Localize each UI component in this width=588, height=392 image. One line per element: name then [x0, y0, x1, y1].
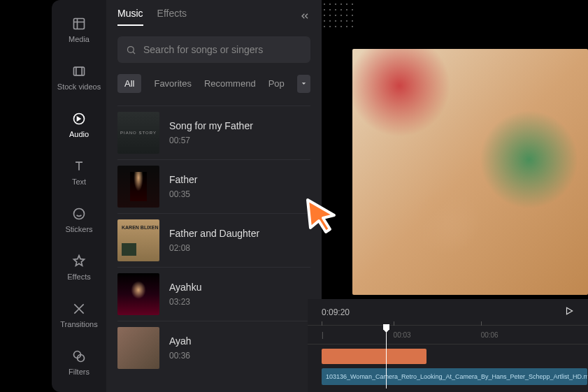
song-thumbnail: [117, 166, 159, 208]
time-row: 0:09:20: [308, 299, 588, 325]
song-thumbnail: [117, 327, 159, 369]
song-row[interactable]: Ayah 00:36: [117, 321, 310, 375]
filters-icon: [72, 349, 86, 363]
sidebar-item-stickers[interactable]: Stickers: [52, 204, 106, 236]
play-button[interactable]: [564, 306, 574, 318]
song-duration: 00:57: [169, 136, 253, 145]
sidebar-label: Transitions: [60, 320, 97, 328]
sidebar-item-stock[interactable]: Stock videos: [52, 61, 106, 94]
filter-more-button[interactable]: [297, 75, 310, 93]
song-thumbnail: [117, 112, 159, 154]
audio-icon: [72, 112, 86, 126]
audio-clip[interactable]: [322, 349, 426, 364]
chevron-down-icon: [300, 80, 308, 87]
tool-sidebar: Media Stock videos Audio Text Stickers E…: [52, 0, 106, 392]
play-icon: [564, 306, 574, 316]
song-row[interactable]: Father 00:35: [117, 159, 310, 213]
song-duration: 02:08: [169, 243, 259, 253]
sidebar-item-filters[interactable]: Filters: [52, 347, 106, 379]
sidebar-label: Text: [72, 177, 86, 186]
svg-point-3: [74, 209, 85, 219]
panel-header: Music Effects: [117, 0, 310, 34]
song-row[interactable]: Father and Daughter 02:08: [117, 213, 310, 267]
svg-point-6: [128, 46, 134, 52]
panel-tabs: Music Effects: [117, 8, 187, 26]
song-title: Ayah: [169, 335, 192, 347]
song-thumbnail: [117, 219, 159, 261]
song-row[interactable]: Song for my Father 00:57: [117, 106, 310, 159]
filter-all[interactable]: All: [117, 74, 141, 93]
search-box[interactable]: [117, 36, 310, 63]
stickers-icon: [72, 207, 86, 221]
cursor-pointer-icon: [302, 196, 343, 236]
chevron-left-double-icon: [299, 10, 310, 22]
video-clip[interactable]: 103136_Woman_Camera_Retro_Looking_At_Cam…: [322, 368, 587, 385]
song-duration: 00:35: [169, 189, 197, 199]
filter-pop[interactable]: Pop: [268, 78, 285, 89]
timeline-ruler[interactable]: | 00:03 00:06: [308, 325, 588, 344]
sidebar-label: Stickers: [65, 225, 92, 233]
text-icon: [72, 159, 86, 173]
tab-effects[interactable]: Effects: [157, 8, 187, 26]
ruler-mark: |: [322, 331, 324, 339]
song-title: Father: [169, 174, 197, 185]
stock-icon: [72, 64, 86, 78]
sidebar-label: Media: [69, 35, 89, 43]
sidebar-label: Audio: [69, 130, 89, 138]
song-thumbnail: [117, 273, 159, 315]
current-time: 0:09:20: [322, 307, 350, 317]
clip-label: 103136_Woman_Camera_Retro_Looking_At_Cam…: [326, 373, 587, 380]
song-title: Father and Daughter: [169, 228, 259, 239]
song-list: Song for my Father 00:57 Father 00:35 Fa…: [117, 106, 310, 375]
timeline-area: 0:09:20 | 00:03 00:06 103136_Woman_Camer…: [308, 299, 588, 392]
sidebar-label: Effects: [67, 273, 90, 281]
video-preview[interactable]: [352, 49, 588, 295]
song-row[interactable]: Ayahku 03:23: [117, 267, 310, 321]
effects-icon: [72, 254, 86, 268]
song-title: Song for my Father: [169, 120, 253, 131]
audio-panel: Music Effects All Favorites Recommend Po…: [106, 0, 322, 392]
ruler-mark: 00:03: [394, 331, 411, 339]
sidebar-item-effects[interactable]: Effects: [52, 252, 106, 284]
ruler-mark: 00:06: [481, 331, 499, 339]
song-title: Ayahku: [169, 282, 201, 293]
song-duration: 00:36: [169, 351, 192, 361]
sidebar-item-audio[interactable]: Audio: [52, 109, 106, 141]
song-duration: 03:23: [169, 297, 201, 307]
filter-favorites[interactable]: Favorites: [154, 78, 191, 89]
filter-recommend[interactable]: Recommend: [204, 78, 256, 89]
svg-rect-0: [74, 19, 85, 29]
sidebar-label: Stock videos: [57, 82, 101, 91]
playhead[interactable]: [386, 326, 387, 389]
search-input[interactable]: [143, 44, 302, 55]
transitions-icon: [72, 302, 86, 316]
filter-row: All Favorites Recommend Pop: [117, 74, 310, 93]
sidebar-item-transitions[interactable]: Transitions: [52, 299, 106, 331]
search-icon: [126, 45, 136, 55]
media-icon: [72, 17, 86, 31]
sidebar-item-media[interactable]: Media: [52, 14, 106, 46]
collapse-panel-button[interactable]: [299, 10, 310, 24]
svg-rect-1: [74, 67, 85, 75]
tab-music[interactable]: Music: [117, 8, 143, 26]
sidebar-item-text[interactable]: Text: [52, 157, 106, 189]
sidebar-label: Filters: [69, 368, 89, 376]
